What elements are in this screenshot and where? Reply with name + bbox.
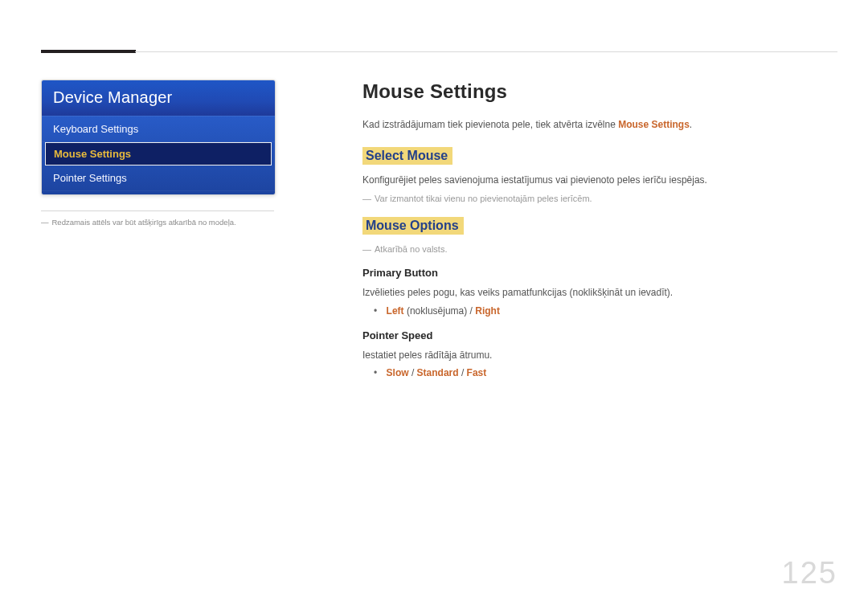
option-separator: / <box>461 367 467 378</box>
content-area: Mouse Settings Kad izstrādājumam tiek pi… <box>362 80 828 391</box>
heading-primary-button: Primary Button <box>362 267 828 279</box>
page-title: Mouse Settings <box>362 80 828 103</box>
menu-item-pointer-settings[interactable]: Pointer Settings <box>42 166 275 191</box>
select-mouse-desc: Konfigurējiet peles savienojuma iestatīj… <box>362 173 828 188</box>
option-fast: Fast <box>467 367 487 378</box>
option-left: Left <box>387 305 404 317</box>
heading-pointer-speed: Pointer Speed <box>362 329 828 341</box>
menu-item-mouse-settings[interactable]: Mouse Settings <box>45 142 272 166</box>
image-disclaimer: Redzamais attēls var būt atšķirīgs atkar… <box>41 217 282 227</box>
pointer-speed-options: Slow / Standard / Fast <box>362 367 828 378</box>
option-separator: / <box>411 367 417 378</box>
pointer-speed-option-row: Slow / Standard / Fast <box>374 367 828 378</box>
heading-select-mouse: Select Mouse <box>362 147 452 165</box>
select-mouse-note: Var izmantot tikai vienu no pievienotajā… <box>362 192 828 206</box>
option-standard: Standard <box>417 367 459 378</box>
option-right: Right <box>475 305 500 317</box>
heading-mouse-options: Mouse Options <box>362 217 464 235</box>
page-number: 125 <box>782 556 837 591</box>
chapter-marker <box>41 50 136 53</box>
pointer-speed-desc: Iestatiet peles rādītāja ātrumu. <box>362 348 828 363</box>
intro-highlight: Mouse Settings <box>618 119 690 130</box>
panel-body: Keyboard Settings Mouse Settings Pointer… <box>42 116 275 194</box>
primary-button-option-row: Left (noklusējuma) / Right <box>374 305 828 317</box>
intro-text: Kad izstrādājumam tiek pievienota pele, … <box>362 119 618 130</box>
primary-button-desc: Izvēlieties peles pogu, kas veiks pamatf… <box>362 285 828 300</box>
page-divider <box>135 51 837 52</box>
panel-title: Device Manager <box>42 80 275 116</box>
device-manager-panel: Device Manager Keyboard Settings Mouse S… <box>41 80 276 195</box>
primary-button-options: Left (noklusējuma) / Right <box>362 305 828 317</box>
note-divider <box>41 210 274 211</box>
intro-paragraph: Kad izstrādājumam tiek pievienota pele, … <box>362 117 828 133</box>
option-default-label: (noklusējuma) <box>407 305 470 317</box>
mouse-options-note: Atkarībā no valsts. <box>362 243 828 256</box>
menu-item-keyboard-settings[interactable]: Keyboard Settings <box>42 116 275 142</box>
option-slow: Slow <box>387 367 409 378</box>
intro-suffix: . <box>690 119 692 130</box>
